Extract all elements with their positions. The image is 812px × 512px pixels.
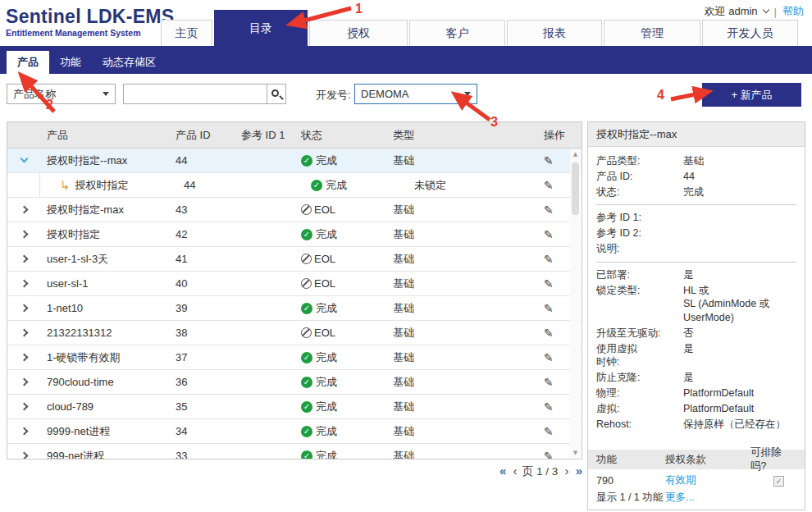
- last-page-button[interactable]: »: [576, 464, 582, 478]
- ref-id-1: [235, 345, 294, 369]
- subnav-item-features[interactable]: 功能: [49, 51, 92, 74]
- tab-entitlements[interactable]: 授权: [309, 20, 408, 46]
- complete-status-icon: ✓: [301, 401, 312, 413]
- search-button[interactable]: [267, 84, 286, 104]
- detail-field-value: 是: [683, 268, 796, 282]
- edit-icon[interactable]: ✎: [544, 154, 554, 167]
- detail-field-row: 参考 ID 2:: [596, 226, 796, 240]
- detail-field-label: 虚拟:: [596, 402, 683, 416]
- search-input[interactable]: [123, 84, 267, 104]
- collapse-row-icon[interactable]: [20, 155, 28, 163]
- table-scrollbar[interactable]: ▲ ▼: [570, 149, 581, 458]
- table-row[interactable]: 1-硬锁带有效期37✓完成基础✎: [7, 345, 582, 370]
- edit-icon[interactable]: ✎: [544, 228, 554, 241]
- product-id: 44: [169, 173, 235, 197]
- product-name: 授权时指定: [75, 178, 129, 193]
- tab-catalog[interactable]: 目录: [214, 10, 308, 46]
- product-type: 基础: [386, 395, 532, 418]
- table-row[interactable]: cloud-78935✓完成基础✎: [7, 395, 582, 419]
- edit-icon[interactable]: ✎: [544, 302, 554, 315]
- product-name: cloud-789: [47, 400, 94, 413]
- table-row[interactable]: 9999-net进程34✓完成基础✎: [7, 419, 582, 444]
- edit-icon[interactable]: ✎: [544, 450, 554, 460]
- tab-admin[interactable]: 管理: [604, 20, 700, 46]
- excludable-checkbox[interactable]: ✓: [773, 476, 784, 487]
- edit-icon[interactable]: ✎: [544, 400, 554, 414]
- table-row[interactable]: 2132213131238EOL基础✎: [7, 321, 582, 345]
- first-page-button[interactable]: «: [500, 464, 506, 478]
- detail-field-row: 升级至无驱动:否: [596, 327, 796, 341]
- product-detail-panel: 授权时指定--max 产品类型:基础产品 ID:44状态:完成参考 ID 1:参…: [587, 121, 805, 510]
- caret-down-icon: [464, 92, 471, 96]
- product-name: 授权时指定--max: [47, 153, 127, 168]
- expand-row-icon[interactable]: [20, 304, 28, 313]
- table-row[interactable]: ↳授权时指定44✓完成未锁定✎: [7, 173, 582, 198]
- app-header: Sentinel LDK-EMS Entitlement Management …: [0, 0, 812, 46]
- detail-field-row: 说明:: [596, 242, 796, 256]
- product-name: 790cloud-time: [47, 376, 114, 388]
- scrollbar-thumb[interactable]: [572, 162, 579, 215]
- features-count-label: 显示 1 / 1 功能: [596, 491, 665, 505]
- subnav-item-memory[interactable]: 动态存储区: [92, 51, 167, 74]
- expand-row-icon[interactable]: [20, 255, 28, 263]
- edit-icon[interactable]: ✎: [544, 253, 554, 266]
- table-row[interactable]: 授权时指定42✓完成基础✎: [7, 222, 582, 247]
- table-row[interactable]: 授权时指定-max43EOL基础✎: [7, 198, 582, 222]
- expand-row-icon[interactable]: [20, 354, 28, 362]
- more-features-link[interactable]: 更多...: [665, 491, 750, 505]
- table-row[interactable]: 790cloud-time36✓完成基础✎: [7, 370, 582, 395]
- subnav-item-products[interactable]: 产品: [7, 51, 49, 74]
- edit-icon[interactable]: ✎: [544, 203, 554, 217]
- scroll-up-icon[interactable]: ▲: [570, 151, 581, 158]
- status-text: EOL: [314, 327, 335, 339]
- tab-home[interactable]: 主页: [161, 20, 212, 46]
- detail-field-label: 使用虚拟 时钟:: [596, 342, 683, 369]
- table-row[interactable]: 1-net1039✓完成基础✎: [7, 296, 582, 321]
- next-page-button[interactable]: ›: [564, 464, 568, 478]
- table-row[interactable]: user-sl-140EOL基础✎: [7, 272, 582, 296]
- detail-field-value: [683, 211, 796, 225]
- search-field-selector[interactable]: 产品名称: [7, 84, 116, 104]
- detail-field-label: 产品 ID:: [596, 170, 683, 184]
- edit-icon[interactable]: ✎: [544, 179, 554, 192]
- edit-icon[interactable]: ✎: [544, 351, 554, 364]
- expand-row-icon[interactable]: [20, 280, 28, 288]
- tab-developers[interactable]: 开发人员: [702, 20, 798, 46]
- expand-row-icon[interactable]: [20, 378, 28, 386]
- vendor-selector[interactable]: DEMOMA: [354, 84, 477, 104]
- tab-customers[interactable]: 客户: [409, 20, 505, 46]
- license-terms-link[interactable]: 有效期: [665, 473, 750, 487]
- detail-field-label: Rehost:: [596, 418, 683, 432]
- expand-row-icon[interactable]: [20, 452, 28, 459]
- divider: [596, 204, 796, 205]
- expand-row-icon[interactable]: [20, 427, 28, 436]
- table-row[interactable]: 授权时指定--max44✓完成基础✎: [7, 149, 582, 173]
- page-indicator: 页 1 / 3: [522, 465, 559, 478]
- edit-icon[interactable]: ✎: [544, 327, 554, 340]
- new-product-button[interactable]: + 新产品: [702, 83, 801, 107]
- expand-row-icon[interactable]: [20, 329, 28, 337]
- prev-page-button[interactable]: ‹: [513, 464, 518, 478]
- tab-reports[interactable]: 报表: [507, 20, 602, 46]
- annotation-label-1: 1: [355, 2, 363, 16]
- table-row[interactable]: 999-net进程33✓完成基础✎: [7, 444, 582, 459]
- product-id: 44: [169, 149, 235, 172]
- edit-icon[interactable]: ✎: [544, 376, 554, 389]
- table-row[interactable]: user-1-sl-3天41EOL基础✎: [7, 247, 582, 272]
- detail-field-label: 升级至无驱动:: [596, 327, 683, 341]
- expand-row-icon[interactable]: [20, 403, 28, 411]
- product-id: 33: [169, 444, 235, 459]
- status-text: 完成: [316, 424, 337, 439]
- detail-fields: 产品类型:基础产品 ID:44状态:完成参考 ID 1:参考 ID 2:说明:已…: [588, 147, 805, 447]
- expand-row-icon[interactable]: [20, 231, 28, 239]
- eol-status-icon: [301, 327, 312, 338]
- edit-icon[interactable]: ✎: [544, 277, 554, 290]
- ref-id-1: [235, 173, 294, 197]
- product-type: 基础: [386, 345, 532, 369]
- complete-status-icon: ✓: [301, 155, 312, 167]
- scroll-down-icon[interactable]: ▼: [570, 450, 581, 456]
- child-row-arrow-icon: ↳: [60, 179, 71, 191]
- edit-icon[interactable]: ✎: [544, 425, 554, 438]
- detail-field-row: 锁定类型:HL 或 SL (AdminMode 或 UserMode): [596, 284, 796, 325]
- expand-row-icon[interactable]: [20, 206, 28, 214]
